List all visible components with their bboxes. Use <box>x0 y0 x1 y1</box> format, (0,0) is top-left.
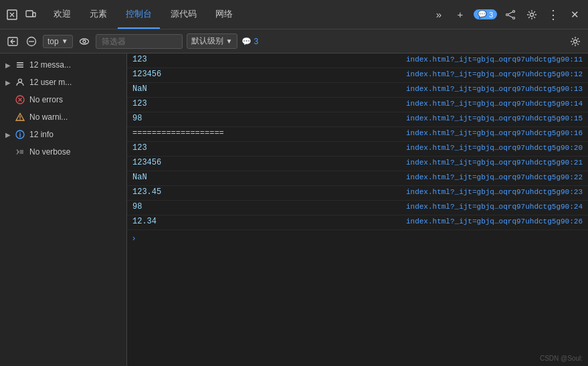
overflow-icon[interactable]: » <box>431 7 447 23</box>
console-value: 123.45 <box>132 187 239 197</box>
svg-point-18 <box>19 79 22 82</box>
console-link[interactable]: index.html?_ijt=gbjq…oqrq97uhdctg5g90:23 <box>406 188 583 196</box>
svg-rect-2 <box>33 13 35 17</box>
console-link[interactable]: index.html?_ijt=gbjq…oqrq97uhdctg5g90:24 <box>406 203 583 211</box>
sidebar-label-info: 12 info <box>29 130 121 139</box>
level-selector[interactable]: 默认级别 ▼ <box>187 33 237 49</box>
table-row: 98index.html?_ijt=gbjq…oqrq97uhdctg5g90:… <box>127 112 588 127</box>
table-row: 123index.html?_ijt=gbjq…oqrq97uhdctg5g90… <box>127 54 588 68</box>
context-selector[interactable]: top ▼ <box>43 35 73 48</box>
table-row: 98index.html?_ijt=gbjq…oqrq97uhdctg5g90:… <box>127 201 588 215</box>
svg-point-23 <box>19 118 20 119</box>
console-link[interactable]: index.html?_ijt=gbjq…oqrq97uhdctg5g90:22 <box>406 173 583 181</box>
console-value: 123 <box>132 55 239 64</box>
table-row: 123456index.html?_ijt=gbjq…oqrq97uhdctg5… <box>127 157 588 171</box>
table-row: NaNindex.html?_ijt=gbjq…oqrq97uhdctg5g90… <box>127 171 588 186</box>
console-prompt[interactable]: › <box>127 230 588 246</box>
tab-console[interactable]: 控制台 <box>118 0 160 29</box>
tab-bar: 欢迎 元素 控制台 源代码 网络 » + 💬 3 <box>0 0 588 29</box>
chat-badge[interactable]: 💬 3 <box>474 9 497 19</box>
level-arrow: ▼ <box>226 37 233 45</box>
sidebar-item-user-messages[interactable]: ▶ 12 user m... <box>0 74 126 91</box>
tab-right-icons: » + 💬 3 ⋮ ✕ <box>431 7 583 23</box>
inspect-icon[interactable] <box>5 8 19 21</box>
tab-bar-left-icons <box>5 8 37 21</box>
console-value: 123456 <box>132 70 239 79</box>
sidebar-item-info[interactable]: ▶ 12 info <box>0 126 126 143</box>
console-link[interactable]: index.html?_ijt=gbjq…oqrq97uhdctg5g90:15 <box>406 114 583 122</box>
table-row: 123index.html?_ijt=gbjq…oqrq97uhdctg5g90… <box>127 98 588 112</box>
sidebar-label-verbose: No verbose <box>29 147 121 157</box>
sidebar-arrow-user: ▶ <box>5 79 11 86</box>
info-icon <box>15 129 25 140</box>
svg-rect-1 <box>26 11 33 17</box>
console-link[interactable]: index.html?_ijt=gbjq…oqrq97uhdctg5g90:14 <box>406 100 583 108</box>
error-icon <box>15 94 25 105</box>
table-row: NaNindex.html?_ijt=gbjq…oqrq97uhdctg5g90… <box>127 83 588 98</box>
sidebar-arrow-info: ▶ <box>5 131 11 139</box>
console-link[interactable]: index.html?_ijt=gbjq…oqrq97uhdctg5g90:26 <box>406 217 583 225</box>
svg-rect-16 <box>17 64 23 66</box>
sidebar-arrow-messages: ▶ <box>5 62 11 69</box>
console-value: NaN <box>132 84 239 94</box>
clear-icon[interactable] <box>24 34 39 49</box>
svg-point-12 <box>80 39 88 44</box>
close-icon[interactable]: ✕ <box>567 7 583 23</box>
svg-point-5 <box>506 13 508 15</box>
sidebar-item-verbose[interactable]: ▶ No verbose <box>0 143 126 161</box>
svg-point-13 <box>83 40 86 43</box>
svg-point-3 <box>513 10 515 12</box>
more-icon[interactable]: ⋮ <box>545 7 561 23</box>
console-pane: 123index.html?_ijt=gbjq…oqrq97uhdctg5g90… <box>127 54 588 366</box>
tab-elements[interactable]: 元素 <box>82 0 115 29</box>
console-link[interactable]: index.html?_ijt=gbjq…oqrq97uhdctg5g90:20 <box>406 144 583 152</box>
sidebar-label-warnings: No warni... <box>29 112 121 122</box>
console-value: 98 <box>132 114 239 123</box>
table-row: 123.45index.html?_ijt=gbjq…oqrq97uhdctg5… <box>127 186 588 201</box>
responsive-icon[interactable] <box>24 8 37 21</box>
console-value: 12.34 <box>132 217 239 226</box>
add-tab-icon[interactable]: + <box>452 7 468 23</box>
console-link[interactable]: index.html?_ijt=gbjq…oqrq97uhdctg5g90:16 <box>406 129 583 137</box>
sidebar-label-errors: No errors <box>29 95 121 104</box>
svg-point-4 <box>513 17 515 19</box>
svg-point-14 <box>574 39 577 43</box>
back-icon[interactable] <box>5 34 20 49</box>
toolbar-settings-icon[interactable] <box>568 34 583 49</box>
console-value: 123 <box>132 143 239 153</box>
eye-icon[interactable] <box>77 34 92 49</box>
svg-point-8 <box>530 13 534 16</box>
console-link[interactable]: index.html?_ijt=gbjq…oqrq97uhdctg5g90:21 <box>406 159 583 167</box>
tab-network[interactable]: 网络 <box>207 0 241 29</box>
console-value: 98 <box>132 202 239 211</box>
console-value: 123456 <box>132 158 239 167</box>
table-row: 123456index.html?_ijt=gbjq…oqrq97uhdctg5… <box>127 68 588 83</box>
context-arrow: ▼ <box>62 37 68 45</box>
chat-icon: 💬 <box>478 10 487 19</box>
svg-line-7 <box>508 15 512 17</box>
user-icon <box>15 77 25 88</box>
console-value: NaN <box>132 173 239 182</box>
filter-input[interactable] <box>96 34 183 49</box>
console-link[interactable]: index.html?_ijt=gbjq…oqrq97uhdctg5g90:12 <box>406 70 583 78</box>
sidebar-item-messages[interactable]: ▶ 12 messa... <box>0 56 126 74</box>
sidebar-label-messages: 12 messa... <box>29 60 121 70</box>
tab-welcome[interactable]: 欢迎 <box>45 0 79 29</box>
main-content: ▶ 12 messa... ▶ 12 user m... ▶ <box>0 54 588 366</box>
share-icon[interactable] <box>502 7 518 23</box>
svg-rect-15 <box>17 62 23 64</box>
table-row: ===================index.html?_ijt=gbjq…… <box>127 127 588 142</box>
console-link[interactable]: index.html?_ijt=gbjq…oqrq97uhdctg5g90:13 <box>406 85 583 93</box>
svg-line-6 <box>508 11 512 13</box>
sidebar-item-warnings[interactable]: ▶ No warni... <box>0 108 126 126</box>
warning-icon <box>15 112 25 122</box>
list-icon <box>15 60 25 70</box>
svg-rect-17 <box>17 67 23 68</box>
tab-source[interactable]: 源代码 <box>163 0 205 29</box>
message-count: 💬 3 <box>241 37 259 46</box>
sidebar-item-errors[interactable]: ▶ No errors <box>0 91 126 108</box>
console-value: 123 <box>132 99 239 108</box>
console-link[interactable]: index.html?_ijt=gbjq…oqrq97uhdctg5g90:11 <box>406 56 583 64</box>
settings-icon[interactable] <box>524 7 540 23</box>
watermark: CSDN @Soul: <box>540 355 583 362</box>
